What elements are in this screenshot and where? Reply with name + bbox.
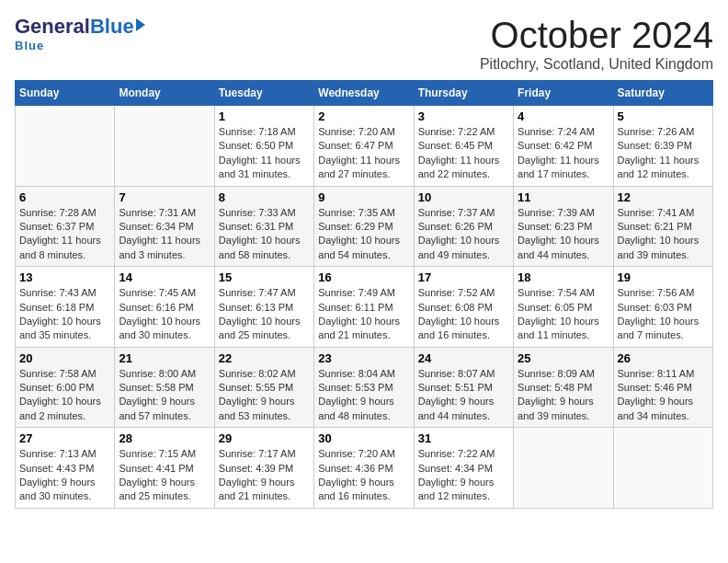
- calendar-cell: 2Sunrise: 7:20 AM Sunset: 6:47 PM Daylig…: [314, 106, 414, 187]
- calendar-cell: [613, 428, 712, 509]
- day-info: Sunrise: 7:15 AM Sunset: 4:41 PM Dayligh…: [119, 447, 210, 504]
- calendar-cell: 9Sunrise: 7:35 AM Sunset: 6:29 PM Daylig…: [314, 186, 414, 267]
- calendar-cell: 18Sunrise: 7:54 AM Sunset: 6:05 PM Dayli…: [514, 267, 613, 348]
- title-area: October 2024 Pitlochry, Scotland, United…: [480, 15, 713, 73]
- logo-blue: Blue: [90, 15, 134, 39]
- day-info: Sunrise: 7:22 AM Sunset: 4:34 PM Dayligh…: [418, 447, 509, 504]
- day-header-friday: Friday: [514, 81, 613, 106]
- day-number: 21: [119, 351, 210, 365]
- day-number: 12: [618, 190, 709, 204]
- day-number: 7: [119, 190, 210, 204]
- day-number: 5: [618, 109, 709, 123]
- day-info: Sunrise: 7:54 AM Sunset: 6:05 PM Dayligh…: [518, 286, 609, 343]
- day-header-saturday: Saturday: [613, 81, 712, 106]
- calendar-cell: 7Sunrise: 7:31 AM Sunset: 6:34 PM Daylig…: [115, 186, 214, 267]
- day-info: Sunrise: 8:11 AM Sunset: 5:46 PM Dayligh…: [618, 367, 709, 424]
- calendar-cell: 29Sunrise: 7:17 AM Sunset: 4:39 PM Dayli…: [214, 428, 313, 509]
- logo: General Blue Blue: [15, 15, 145, 52]
- calendar-cell: [115, 106, 214, 187]
- day-number: 20: [19, 351, 110, 365]
- month-title: October 2024: [480, 15, 713, 56]
- calendar-cell: 13Sunrise: 7:43 AM Sunset: 6:18 PM Dayli…: [16, 267, 115, 348]
- day-number: 31: [418, 431, 509, 445]
- day-info: Sunrise: 8:07 AM Sunset: 5:51 PM Dayligh…: [418, 367, 509, 424]
- day-info: Sunrise: 7:20 AM Sunset: 6:47 PM Dayligh…: [318, 125, 409, 182]
- day-number: 14: [119, 270, 210, 284]
- calendar-cell: 6Sunrise: 7:28 AM Sunset: 6:37 PM Daylig…: [16, 186, 115, 267]
- calendar-cell: 25Sunrise: 8:09 AM Sunset: 5:48 PM Dayli…: [514, 347, 613, 428]
- day-info: Sunrise: 8:04 AM Sunset: 5:53 PM Dayligh…: [318, 367, 409, 424]
- calendar-cell: 22Sunrise: 8:02 AM Sunset: 5:55 PM Dayli…: [214, 347, 313, 428]
- day-header-tuesday: Tuesday: [214, 81, 313, 106]
- day-number: 6: [19, 190, 110, 204]
- day-header-monday: Monday: [115, 81, 214, 106]
- day-info: Sunrise: 7:37 AM Sunset: 6:26 PM Dayligh…: [418, 206, 509, 263]
- day-number: 28: [119, 431, 210, 445]
- calendar-cell: 21Sunrise: 8:00 AM Sunset: 5:58 PM Dayli…: [115, 347, 214, 428]
- calendar-cell: 16Sunrise: 7:49 AM Sunset: 6:11 PM Dayli…: [314, 267, 414, 348]
- day-header-thursday: Thursday: [414, 81, 513, 106]
- calendar-cell: 17Sunrise: 7:52 AM Sunset: 6:08 PM Dayli…: [414, 267, 513, 348]
- calendar-cell: 1Sunrise: 7:18 AM Sunset: 6:50 PM Daylig…: [214, 106, 313, 187]
- calendar-cell: 27Sunrise: 7:13 AM Sunset: 4:43 PM Dayli…: [16, 428, 115, 509]
- day-info: Sunrise: 8:02 AM Sunset: 5:55 PM Dayligh…: [219, 367, 310, 424]
- day-number: 3: [418, 109, 509, 123]
- day-info: Sunrise: 7:43 AM Sunset: 6:18 PM Dayligh…: [19, 286, 110, 343]
- calendar-cell: [514, 428, 613, 509]
- day-info: Sunrise: 7:47 AM Sunset: 6:13 PM Dayligh…: [219, 286, 310, 343]
- calendar-table: SundayMondayTuesdayWednesdayThursdayFrid…: [15, 80, 713, 509]
- calendar-cell: 30Sunrise: 7:20 AM Sunset: 4:36 PM Dayli…: [314, 428, 414, 509]
- day-number: 30: [318, 431, 409, 445]
- calendar-cell: 11Sunrise: 7:39 AM Sunset: 6:23 PM Dayli…: [514, 186, 613, 267]
- day-number: 9: [318, 190, 409, 204]
- day-info: Sunrise: 7:52 AM Sunset: 6:08 PM Dayligh…: [418, 286, 509, 343]
- day-number: 11: [518, 190, 609, 204]
- day-number: 19: [618, 270, 709, 284]
- day-info: Sunrise: 7:17 AM Sunset: 4:39 PM Dayligh…: [219, 447, 310, 504]
- day-info: Sunrise: 7:26 AM Sunset: 6:39 PM Dayligh…: [618, 125, 709, 182]
- calendar-cell: 3Sunrise: 7:22 AM Sunset: 6:45 PM Daylig…: [414, 106, 513, 187]
- week-row-5: 27Sunrise: 7:13 AM Sunset: 4:43 PM Dayli…: [16, 428, 713, 509]
- week-row-3: 13Sunrise: 7:43 AM Sunset: 6:18 PM Dayli…: [16, 267, 713, 348]
- day-number: 2: [318, 109, 409, 123]
- day-number: 29: [219, 431, 310, 445]
- day-info: Sunrise: 8:09 AM Sunset: 5:48 PM Dayligh…: [518, 367, 609, 424]
- calendar-cell: 10Sunrise: 7:37 AM Sunset: 6:26 PM Dayli…: [414, 186, 513, 267]
- day-number: 4: [518, 109, 609, 123]
- day-info: Sunrise: 7:22 AM Sunset: 6:45 PM Dayligh…: [418, 125, 509, 182]
- day-info: Sunrise: 7:13 AM Sunset: 4:43 PM Dayligh…: [19, 447, 110, 504]
- calendar-cell: 26Sunrise: 8:11 AM Sunset: 5:46 PM Dayli…: [613, 347, 712, 428]
- day-number: 17: [418, 270, 509, 284]
- calendar-cell: 23Sunrise: 8:04 AM Sunset: 5:53 PM Dayli…: [314, 347, 414, 428]
- day-number: 8: [219, 190, 310, 204]
- day-number: 1: [219, 109, 310, 123]
- calendar-cell: 4Sunrise: 7:24 AM Sunset: 6:42 PM Daylig…: [514, 106, 613, 187]
- day-info: Sunrise: 7:28 AM Sunset: 6:37 PM Dayligh…: [19, 206, 110, 263]
- day-number: 13: [19, 270, 110, 284]
- day-info: Sunrise: 7:39 AM Sunset: 6:23 PM Dayligh…: [518, 206, 609, 263]
- day-info: Sunrise: 7:56 AM Sunset: 6:03 PM Dayligh…: [618, 286, 709, 343]
- day-info: Sunrise: 7:49 AM Sunset: 6:11 PM Dayligh…: [318, 286, 409, 343]
- header-row: SundayMondayTuesdayWednesdayThursdayFrid…: [16, 81, 713, 106]
- header: General Blue Blue October 2024 Pitlochry…: [15, 15, 713, 73]
- day-info: Sunrise: 7:18 AM Sunset: 6:50 PM Dayligh…: [219, 125, 310, 182]
- week-row-4: 20Sunrise: 7:58 AM Sunset: 6:00 PM Dayli…: [16, 347, 713, 428]
- day-info: Sunrise: 8:00 AM Sunset: 5:58 PM Dayligh…: [119, 367, 210, 424]
- calendar-cell: 31Sunrise: 7:22 AM Sunset: 4:34 PM Dayli…: [414, 428, 513, 509]
- day-number: 10: [418, 190, 509, 204]
- day-info: Sunrise: 7:45 AM Sunset: 6:16 PM Dayligh…: [119, 286, 210, 343]
- day-number: 27: [19, 431, 110, 445]
- calendar-cell: 24Sunrise: 8:07 AM Sunset: 5:51 PM Dayli…: [414, 347, 513, 428]
- calendar-cell: 19Sunrise: 7:56 AM Sunset: 6:03 PM Dayli…: [613, 267, 712, 348]
- day-info: Sunrise: 7:33 AM Sunset: 6:31 PM Dayligh…: [219, 206, 310, 263]
- day-info: Sunrise: 7:20 AM Sunset: 4:36 PM Dayligh…: [318, 447, 409, 504]
- day-info: Sunrise: 7:41 AM Sunset: 6:21 PM Dayligh…: [618, 206, 709, 263]
- day-number: 16: [318, 270, 409, 284]
- day-number: 22: [219, 351, 310, 365]
- day-number: 15: [219, 270, 310, 284]
- day-header-wednesday: Wednesday: [314, 81, 414, 106]
- week-row-1: 1Sunrise: 7:18 AM Sunset: 6:50 PM Daylig…: [16, 106, 713, 187]
- day-number: 23: [318, 351, 409, 365]
- logo-general: General: [15, 15, 90, 39]
- calendar-cell: 20Sunrise: 7:58 AM Sunset: 6:00 PM Dayli…: [16, 347, 115, 428]
